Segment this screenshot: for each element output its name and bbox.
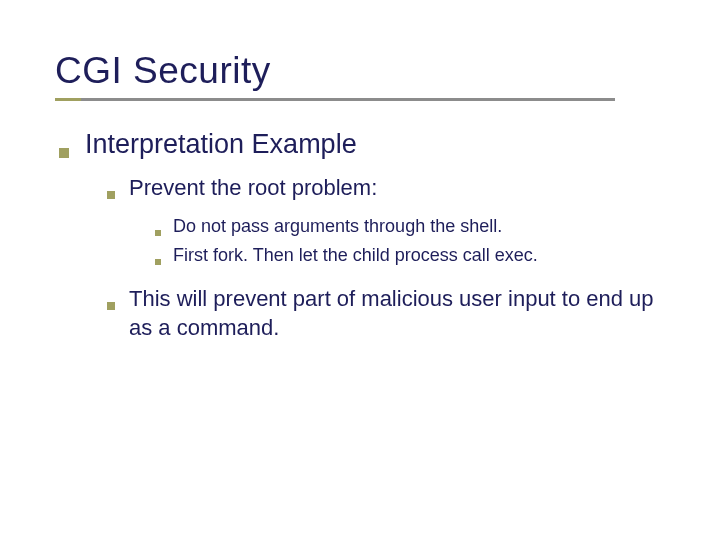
bullet-level2: This will prevent part of malicious user… [107,285,665,342]
square-bullet-icon [107,191,115,199]
bullet-level1: Interpretation Example [59,129,665,160]
square-bullet-icon [155,259,161,265]
slide: CGI Security Interpretation Example Prev… [0,0,720,395]
bullet-level2: Prevent the root problem: [107,174,665,203]
bullet-text: This will prevent part of malicious user… [129,285,665,342]
bullet-level3: First fork. Then let the child process c… [155,244,665,267]
title-block: CGI Security [55,50,665,101]
slide-title: CGI Security [55,50,665,92]
title-underline [55,98,615,101]
bullet-text: Prevent the root problem: [129,174,377,203]
bullet-level3: Do not pass arguments through the shell. [155,215,665,238]
bullet-text: Interpretation Example [85,129,357,160]
square-bullet-icon [59,148,69,158]
square-bullet-icon [107,302,115,310]
bullet-text: First fork. Then let the child process c… [173,244,538,267]
square-bullet-icon [155,230,161,236]
bullet-text: Do not pass arguments through the shell. [173,215,502,238]
